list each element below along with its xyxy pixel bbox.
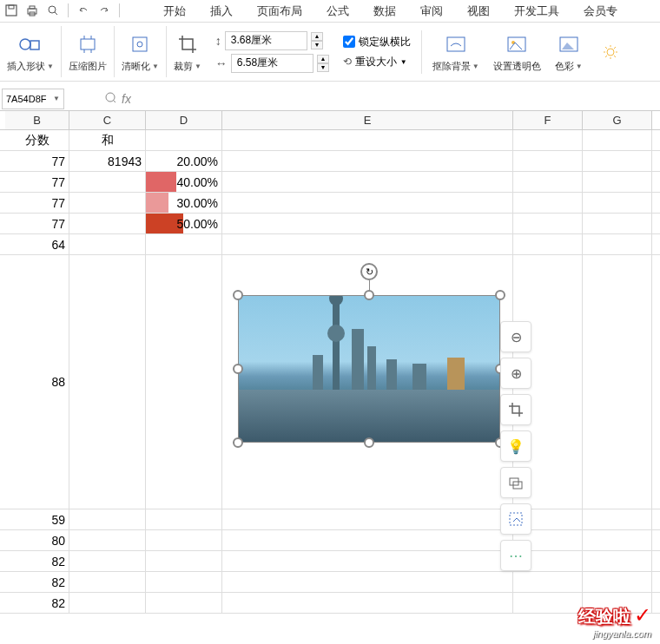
col-header-B[interactable]: B (5, 111, 69, 129)
cell[interactable] (146, 530, 222, 550)
tab-view[interactable]: 视图 (455, 0, 502, 23)
cell[interactable]: 81943 (69, 151, 146, 171)
cell[interactable] (583, 530, 652, 550)
cell[interactable]: 82 (5, 572, 69, 592)
zoom-in-button[interactable]: ⊕ (500, 358, 531, 389)
cancel-icon[interactable] (104, 91, 116, 106)
cell[interactable] (146, 572, 222, 592)
cell[interactable] (583, 193, 652, 213)
col-header-F[interactable]: F (513, 111, 583, 129)
tab-data[interactable]: 数据 (361, 0, 408, 23)
tab-member[interactable]: 会员专 (571, 0, 630, 23)
col-header-E[interactable]: E (222, 111, 513, 129)
formula-input[interactable] (131, 89, 660, 108)
tab-page-layout[interactable]: 页面布局 (245, 0, 314, 23)
cell[interactable] (69, 530, 146, 550)
resize-handle-bm[interactable] (364, 437, 374, 448)
cell[interactable] (146, 551, 222, 571)
cell[interactable] (583, 234, 652, 254)
brightness-group[interactable] (590, 26, 631, 77)
cell[interactable] (69, 255, 146, 509)
crop-group[interactable]: 裁剪▼ (167, 26, 208, 77)
print-icon[interactable] (23, 1, 42, 20)
cell[interactable] (69, 234, 146, 254)
cell[interactable] (222, 214, 513, 233)
width-up[interactable]: ▲ (317, 55, 329, 63)
cell[interactable] (583, 151, 652, 171)
cell[interactable] (69, 593, 146, 613)
cell[interactable]: 20.00% (146, 151, 222, 171)
cell[interactable] (583, 255, 652, 509)
cell[interactable] (222, 151, 513, 171)
resize-handle-tm[interactable] (364, 290, 374, 300)
cell[interactable] (583, 130, 652, 150)
cell[interactable] (69, 214, 146, 233)
cell[interactable]: 82 (5, 551, 69, 571)
cell[interactable] (583, 214, 652, 233)
cell[interactable] (583, 572, 652, 592)
resize-handle-ml[interactable] (233, 364, 243, 374)
cell[interactable] (222, 551, 513, 571)
zoom-out-button[interactable]: ⊖ (500, 321, 531, 352)
cell[interactable]: 50.00% (146, 214, 222, 233)
cell[interactable]: 分数 (5, 130, 69, 150)
compress-group[interactable]: 压缩图片 (62, 26, 115, 77)
cell[interactable]: 77 (5, 214, 69, 233)
cell[interactable]: 59 (5, 509, 69, 529)
cell[interactable] (513, 151, 583, 171)
clarity-group[interactable]: 清晰化▼ (115, 26, 167, 77)
cell[interactable]: 77 (5, 151, 69, 171)
rotate-handle[interactable]: ↻ (360, 263, 378, 280)
cell[interactable]: 77 (5, 193, 69, 213)
cell[interactable]: 88 (5, 255, 69, 509)
cell[interactable] (69, 509, 146, 529)
cell[interactable] (222, 509, 513, 529)
width-down[interactable]: ▼ (317, 63, 329, 72)
preview-icon[interactable] (43, 1, 63, 20)
cell[interactable] (146, 593, 222, 613)
cell[interactable] (69, 551, 146, 571)
col-header-D[interactable]: D (146, 111, 222, 129)
insert-shape-group[interactable]: 插入形状▼ (0, 26, 62, 77)
cell[interactable] (583, 172, 652, 192)
redo-icon[interactable] (95, 1, 114, 20)
height-up[interactable]: ▲ (311, 32, 323, 41)
tab-dev[interactable]: 开发工具 (502, 0, 571, 23)
more-button[interactable]: ⋯ (500, 540, 531, 571)
height-down[interactable]: ▼ (311, 41, 323, 49)
fx-icon[interactable]: fx (122, 92, 131, 106)
idea-button[interactable]: 💡 (500, 430, 531, 462)
tab-formula[interactable]: 公式 (314, 0, 361, 23)
color-group[interactable]: 色彩▼ (548, 26, 590, 77)
width-input[interactable] (231, 54, 314, 73)
cell[interactable] (583, 551, 652, 571)
cell[interactable] (222, 172, 513, 192)
cell[interactable] (222, 593, 513, 613)
tab-review[interactable]: 审阅 (408, 0, 455, 23)
cell[interactable] (69, 193, 146, 213)
undo-icon[interactable] (74, 1, 93, 20)
cell[interactable] (513, 172, 583, 192)
cell[interactable]: 82 (5, 593, 69, 613)
selected-image[interactable]: ↻ (238, 295, 500, 443)
resize-handle-tl[interactable] (233, 290, 243, 300)
col-header-C[interactable]: C (69, 111, 146, 129)
cell[interactable] (146, 255, 222, 509)
resize-handle-bl[interactable] (233, 437, 243, 448)
cell[interactable] (146, 130, 222, 150)
cell[interactable] (69, 172, 146, 192)
cell[interactable] (69, 572, 146, 592)
cell[interactable] (513, 593, 583, 613)
height-input[interactable] (225, 31, 307, 50)
cell[interactable]: 30.00% (146, 193, 222, 213)
image-settings-button[interactable] (500, 467, 531, 498)
cell[interactable]: 64 (5, 234, 69, 254)
cell[interactable] (583, 509, 652, 529)
cell[interactable] (513, 193, 583, 213)
cell[interactable] (222, 234, 513, 254)
reset-size-button[interactable]: ⟲ 重设大小 ▼ (343, 55, 411, 69)
transparency-group[interactable]: 设置透明色 (486, 26, 548, 77)
cell[interactable]: 40.00% (146, 172, 222, 192)
cell[interactable]: 77 (5, 172, 69, 192)
cell[interactable]: 80 (5, 530, 69, 550)
